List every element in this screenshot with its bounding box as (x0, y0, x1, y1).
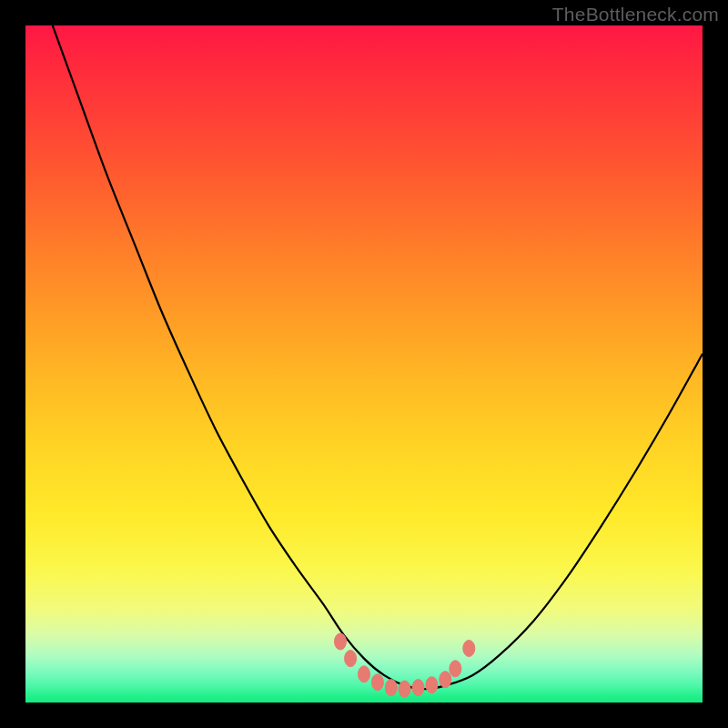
curve-marker (385, 680, 397, 696)
chart-frame: TheBottleneck.com (0, 0, 728, 728)
watermark-text: TheBottleneck.com (552, 4, 719, 25)
curve-marker (371, 674, 383, 691)
curve-marker (335, 633, 347, 650)
bottleneck-curve (53, 25, 703, 689)
curve-marker (345, 651, 357, 667)
flat-region-markers (335, 633, 475, 697)
curve-layer (25, 25, 703, 703)
curve-marker (440, 672, 451, 688)
curve-marker (463, 641, 475, 657)
curve-marker (359, 666, 370, 682)
curve-marker (450, 661, 461, 677)
curve-marker (426, 677, 438, 693)
curve-marker (412, 680, 424, 696)
curve-marker (399, 681, 410, 697)
plot-area (25, 25, 703, 703)
